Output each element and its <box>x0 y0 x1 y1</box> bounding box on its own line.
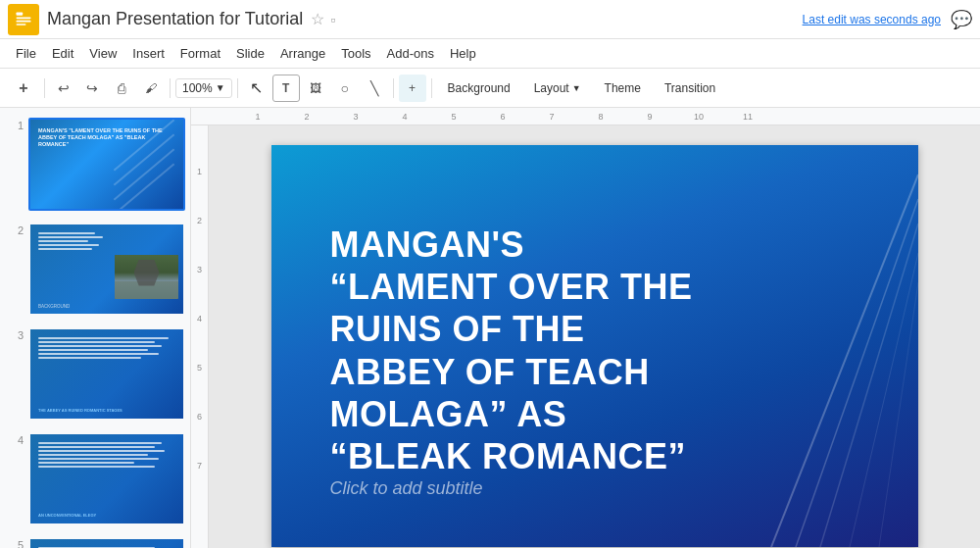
menu-arrange[interactable]: Arrange <box>272 42 333 65</box>
chat-icon[interactable]: 💬 <box>951 9 972 30</box>
slide1-title-text: MANGAN'S "LAMENT OVER THE RUINS OF THE A… <box>38 127 175 148</box>
slide-thumb-3[interactable]: THE ABBEY AS RUINED ROMANTIC STAGES <box>28 327 185 421</box>
svg-rect-2 <box>17 20 31 22</box>
separator-4 <box>393 78 394 98</box>
menu-view[interactable]: View <box>81 42 124 65</box>
title-bar: Mangan Presentation for Tutorial ☆ ▫ Las… <box>0 0 980 39</box>
star-icon[interactable]: ☆ <box>311 10 324 28</box>
slide-item-2[interactable]: 2 <box>4 221 186 318</box>
zoom-control[interactable]: 100% ▼ <box>175 78 232 98</box>
redo-button[interactable]: ↪ <box>78 75 106 102</box>
text-tool-button[interactable]: T <box>272 75 300 102</box>
menu-format[interactable]: Format <box>172 42 228 65</box>
menu-help[interactable]: Help <box>442 42 484 65</box>
menu-slide[interactable]: Slide <box>228 42 272 65</box>
menu-file[interactable]: File <box>8 42 44 65</box>
ruler-vertical: 1 2 3 4 5 6 7 <box>191 125 209 548</box>
slide-thumb-1[interactable]: MANGAN'S "LAMENT OVER THE RUINS OF THE A… <box>28 118 185 211</box>
slide-panel: 1 MANGAN'S "LAMENT OVER THE RUINS OF <box>0 108 191 548</box>
slide-thumb-4[interactable]: AN UNCONVENTIONAL ELEGY <box>28 432 185 525</box>
background-button[interactable]: Background <box>437 75 521 101</box>
add-slide-button[interactable]: + <box>8 75 39 102</box>
line-tool-button[interactable]: ╲ <box>361 75 388 102</box>
zoom-dropdown-icon: ▼ <box>216 82 225 93</box>
menu-bar: File Edit View Insert Format Slide Arran… <box>0 39 980 69</box>
slide-number-4: 4 <box>6 432 24 446</box>
slide-thumb-2[interactable]: BACKGROUND <box>28 223 185 316</box>
slide4-label: AN UNCONVENTIONAL ELEGY <box>38 513 96 518</box>
slide-number-1: 1 <box>6 118 24 131</box>
separator-5 <box>431 78 432 98</box>
svg-line-8 <box>879 282 918 547</box>
shape-tool-button[interactable]: ○ <box>331 75 359 102</box>
slide-number-5: 5 <box>6 537 24 548</box>
theme-button[interactable]: Theme <box>594 75 652 101</box>
layout-label: Layout <box>534 81 569 95</box>
svg-line-5 <box>796 199 918 547</box>
last-edit-text: Last edit was seconds ago <box>803 13 941 26</box>
svg-line-4 <box>771 174 918 547</box>
svg-rect-0 <box>17 12 24 15</box>
slide2-label: BACKGROUND <box>38 304 70 309</box>
separator-2 <box>170 78 171 98</box>
folder-icon[interactable]: ▫ <box>330 12 335 27</box>
zoom-level: 100% <box>182 81 213 95</box>
comment-button[interactable]: + <box>399 75 426 102</box>
slide-number-3: 3 <box>6 327 24 341</box>
separator-1 <box>44 78 45 98</box>
menu-addons[interactable]: Add-ons <box>379 42 442 65</box>
slide-item-4[interactable]: 4 AN UNCONVENTIONAL ELEGY <box>4 430 186 527</box>
slide-thumb-5[interactable]: SOURCES <box>28 537 185 548</box>
transition-button[interactable]: Transition <box>654 75 726 101</box>
paint-format-button[interactable]: 🖌 <box>137 75 165 102</box>
ruler-horizontal: 1 2 3 4 5 6 7 8 9 10 11 <box>191 108 980 125</box>
print-button[interactable]: ⎙ <box>108 75 135 102</box>
presentation-title: Mangan Presentation for Tutorial <box>47 9 303 29</box>
slide-item-3[interactable]: 3 THE ABBEY AS RUINED ROMANTIC STAGES <box>4 325 186 423</box>
layout-button[interactable]: Layout ▼ <box>523 75 592 101</box>
app-icon <box>8 4 39 35</box>
main-content: 1 MANGAN'S "LAMENT OVER THE RUINS OF <box>0 108 980 548</box>
slide-item-5[interactable]: 5 SOURCES <box>4 535 186 548</box>
canvas-area: 1 2 3 4 5 6 7 8 9 10 11 <box>191 108 980 548</box>
svg-rect-1 <box>17 17 31 19</box>
slide-main-title[interactable]: MANGAN'S “LAMENT OVER THE RUINS OF THE A… <box>330 224 703 477</box>
canvas-wrapper: 1 2 3 4 5 6 7 <box>191 125 980 548</box>
svg-rect-3 <box>17 24 26 25</box>
layout-dropdown-icon: ▼ <box>572 83 581 93</box>
select-tool-button[interactable]: ↖ <box>243 75 270 102</box>
image-tool-button[interactable]: 🖼 <box>302 75 329 102</box>
undo-button[interactable]: ↩ <box>50 75 77 102</box>
history-group: ↩ ↪ <box>50 75 106 102</box>
slide-subtitle[interactable]: Click to add subtitle <box>330 478 483 499</box>
slide-number-2: 2 <box>6 223 24 236</box>
menu-insert[interactable]: Insert <box>124 42 172 65</box>
slide3-label: THE ABBEY AS RUINED ROMANTIC STAGES <box>38 408 122 413</box>
separator-3 <box>237 78 238 98</box>
menu-tools[interactable]: Tools <box>333 42 378 65</box>
main-slide-canvas[interactable]: MANGAN'S “LAMENT OVER THE RUINS OF THE A… <box>271 145 918 547</box>
toolbar: + ↩ ↪ ⎙ 🖌 100% ▼ ↖ T 🖼 ○ ╲ + Background … <box>0 69 980 108</box>
menu-edit[interactable]: Edit <box>44 42 81 65</box>
slide-item-1[interactable]: 1 MANGAN'S "LAMENT OVER THE RUINS OF <box>4 116 186 213</box>
